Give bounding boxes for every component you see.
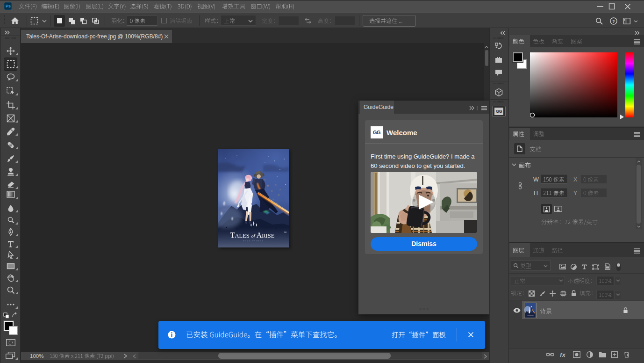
svg-text:TALES of ARISE: TALES of ARISE: [527, 315, 534, 316]
svg-text:?: ?: [612, 19, 615, 24]
svg-text:TM: TM: [284, 231, 286, 233]
svg-text:fx: fx: [560, 351, 565, 358]
svg-text:テイルス オフ アライス: テイルス オフ アライス: [243, 240, 264, 242]
